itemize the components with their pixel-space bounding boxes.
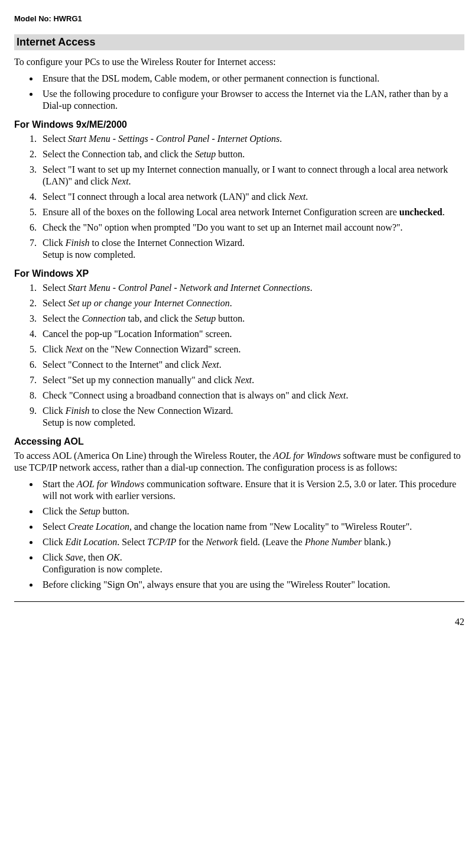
model-header: Model No: HWRG1 [14,14,464,24]
page-number: 42 [14,614,464,628]
list-item: Select the Connection tab, and click the… [39,313,464,325]
list-item: Click Save, then OK.Configuration is now… [39,552,464,575]
list-item: Ensure all of the boxes on the following… [39,206,464,218]
list-item: Ensure that the DSL modem, Cable modem, … [39,73,464,85]
list-item: Click Next on the "New Connection Wizard… [39,344,464,355]
list-item: Select "Set up my connection manually" a… [39,374,464,386]
list-item: Select the Connection tab, and click the… [39,148,464,160]
list-item: Select "I connect through a local area n… [39,191,464,203]
list-item: Use the following procedure to configure… [39,88,464,112]
list-item: Select Create Location, and change the l… [39,521,464,533]
heading-win9x: For Windows 9x/ME/2000 [14,119,464,131]
heading-winxp: For Windows XP [14,268,464,280]
list-item: Select Start Menu - Control Panel - Netw… [39,282,464,294]
list-item: Click Finish to close the New Connection… [39,405,464,429]
aol-bullets: Start the AOL for Windows communication … [14,478,464,591]
list-item: Click the Setup button. [39,506,464,517]
list-item: Select "Connect to the Internet" and cli… [39,359,464,371]
list-item: Select Start Menu - Settings - Control P… [39,133,464,145]
list-item: Check the "No" option when prompted "Do … [39,222,464,234]
list-item: Start the AOL for Windows communication … [39,478,464,502]
win9x-steps: Select Start Menu - Settings - Control P… [14,133,464,261]
list-item: Select "I want to set up my Internet con… [39,164,464,187]
intro-text: To configure your PCs to use the Wireles… [14,56,464,68]
list-item: Select Set up or change your Internet Co… [39,297,464,309]
aol-intro: To access AOL (America On Line) through … [14,450,464,474]
footer-rule [14,601,464,602]
list-item: Before clicking "Sign On", always ensure… [39,579,464,591]
list-item: Check "Connect using a broadband connect… [39,390,464,401]
heading-aol: Accessing AOL [14,436,464,448]
list-item: Click Edit Location. Select TCP/IP for t… [39,536,464,548]
list-item: Cancel the pop-up "Location Information"… [39,328,464,340]
winxp-steps: Select Start Menu - Control Panel - Netw… [14,282,464,429]
intro-bullets: Ensure that the DSL modem, Cable modem, … [14,73,464,112]
list-item: Click Finish to close the Internet Conne… [39,237,464,261]
section-internet-access: Internet Access [14,34,464,50]
